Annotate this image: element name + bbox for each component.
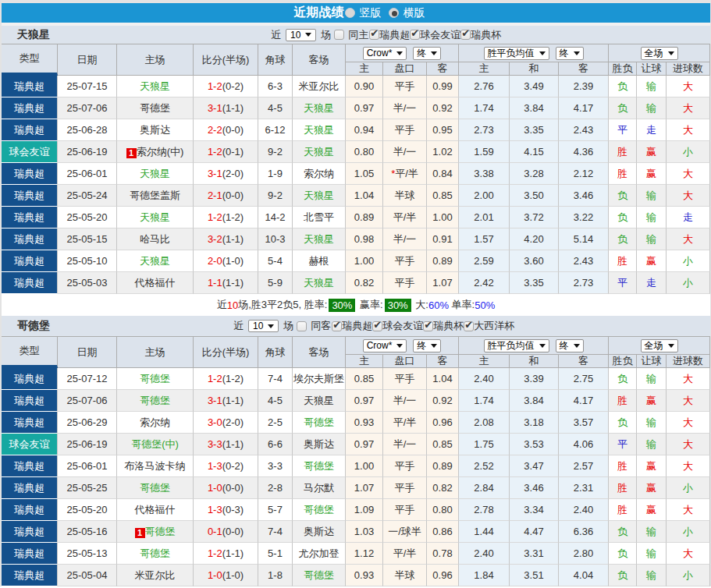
radio-horizontal-layout-icon[interactable] [389, 8, 399, 18]
away-team-link[interactable]: 天狼星 [304, 146, 334, 158]
away-team-link[interactable]: 哥德堡 [304, 416, 334, 428]
away-team-link[interactable]: 哥德堡 [304, 460, 334, 472]
home-team-link[interactable]: 哥德堡 [140, 373, 170, 384]
odds-time-select[interactable]: 终 [413, 47, 441, 60]
avg-odds-select[interactable]: 胜平负均值 [484, 47, 549, 60]
games-label: 场 [321, 28, 331, 42]
date-cell: 25-06-28 [58, 119, 117, 141]
league-checkbox-label[interactable]: 大西洋杯 [474, 319, 514, 333]
league-checkbox-label[interactable]: 瑞典杯 [433, 319, 464, 333]
same-venue-label[interactable]: 同客 [311, 319, 331, 333]
league-checkbox[interactable] [460, 30, 471, 40]
avg-home-cell: 2.40 [459, 368, 510, 390]
recent-count-select[interactable]: 10 [286, 29, 316, 41]
home-team-link[interactable]: 索尔纳 [140, 416, 170, 428]
home-team-link[interactable]: 哈马比 [140, 233, 170, 245]
home-team-cell: 布洛马波卡纳 [117, 455, 194, 477]
odds-away-cell: 0.89 [427, 455, 459, 477]
col-date: 日期 [58, 44, 117, 76]
away-team-link[interactable]: 北雪平 [304, 211, 334, 223]
league-checkbox[interactable] [464, 321, 474, 331]
away-team-link[interactable]: 天狼星 [304, 124, 334, 136]
away-team-link[interactable]: 天狼星 [304, 277, 334, 289]
league-checkbox[interactable] [372, 321, 382, 331]
home-team-cell: 1索尔纳(中) [117, 141, 194, 163]
odds-company-select[interactable]: Crow* [363, 47, 407, 60]
scope-select[interactable]: 全场 [641, 47, 678, 60]
home-team-link[interactable]: 天狼星 [140, 168, 170, 179]
date-cell: 25-05-24 [58, 185, 117, 207]
home-team-link[interactable]: 天狼星 [140, 80, 170, 92]
league-cell: 瑞典超 [2, 207, 58, 228]
home-team-link[interactable]: 天狼星 [140, 255, 170, 267]
away-team-link[interactable]: 尤尔加登 [299, 547, 340, 559]
league-checkbox-label[interactable]: 球会友谊 [382, 319, 423, 333]
home-team-link[interactable]: 代格福什 [135, 277, 176, 289]
league-cell: 瑞典超 [2, 119, 58, 141]
away-team-link[interactable]: 哥德堡 [304, 504, 334, 515]
home-team-link[interactable]: 哥德堡 [140, 102, 170, 114]
league-checkbox[interactable] [332, 321, 342, 331]
away-team-cell: 埃尔夫斯堡 [293, 368, 346, 390]
odds-time-select[interactable]: 终 [413, 339, 441, 352]
radio-horizontal-layout-label[interactable]: 横版 [403, 6, 425, 20]
league-checkbox-label[interactable]: 球会友谊 [420, 28, 460, 42]
avg-odds-select[interactable]: 胜平负均值 [484, 339, 549, 352]
home-team-link[interactable]: 奥斯达 [140, 124, 170, 136]
chevron-down-icon [539, 344, 546, 348]
away-team-cell: 哥德堡 [293, 455, 346, 477]
league-checkbox[interactable] [410, 30, 420, 40]
away-team-link[interactable]: 天狼星 [304, 190, 334, 201]
home-team-link[interactable]: 布洛马波卡纳 [125, 460, 186, 472]
league-checkbox-group: 瑞典超 球会友谊 瑞典杯 大西洋杯 [332, 319, 514, 333]
away-team-link[interactable]: 马尔默 [304, 482, 334, 494]
corner-cell: 2-8 [258, 477, 293, 499]
league-checkbox[interactable] [423, 321, 433, 331]
away-team-link[interactable]: 索尔纳 [304, 168, 334, 179]
col-result: 胜负 [609, 62, 637, 76]
same-venue-checkbox[interactable] [334, 30, 344, 40]
away-team-link[interactable]: 天狼星 [304, 233, 334, 245]
away-team-link[interactable]: 哥德堡 [304, 569, 334, 581]
scope-select[interactable]: 全场 [641, 339, 678, 352]
avg-time-select[interactable]: 终 [556, 339, 584, 352]
league-checkbox-label[interactable]: 瑞典超 [342, 319, 372, 333]
avg-draw-cell: 3.31 [510, 543, 559, 565]
home-team-link[interactable]: 哥德堡 [140, 482, 170, 494]
home-team-link[interactable]: 哥德堡(中) [131, 438, 179, 450]
home-team-link[interactable]: 天狼星 [140, 211, 170, 223]
radio-vertical-layout-label[interactable]: 竖版 [360, 6, 382, 20]
home-team-link[interactable]: 哥德堡盖斯 [130, 190, 180, 201]
home-team-link[interactable]: 索尔纳(中) [137, 146, 184, 158]
home-team-link[interactable]: 哥德堡 [140, 547, 170, 559]
away-team-link[interactable]: 米亚尔比 [299, 80, 340, 92]
handicap-result-cell: 输 [637, 97, 667, 119]
score-cell: 1-2(1-2) [194, 207, 258, 228]
avg-time-select[interactable]: 终 [556, 47, 584, 60]
away-team-link[interactable]: 奥斯达 [304, 438, 334, 450]
league-cell: 球会友谊 [2, 434, 58, 455]
league-checkbox-label[interactable]: 瑞典杯 [471, 28, 501, 42]
league-checkbox[interactable] [369, 30, 379, 40]
home-team-link[interactable]: 哥德堡 [140, 395, 170, 406]
home-team-link[interactable]: 代格福什 [135, 504, 176, 515]
col-home: 主场 [117, 336, 194, 368]
goals-result-cell: 小 [667, 565, 710, 586]
avg-home-cell: 2.40 [459, 543, 510, 565]
chevron-down-icon [574, 51, 580, 55]
odds-company-select[interactable]: Crow* [363, 339, 407, 352]
same-venue-label[interactable]: 同主 [348, 28, 368, 42]
same-venue-checkbox[interactable] [297, 321, 307, 331]
home-team-link[interactable]: 哥德堡 [145, 526, 176, 537]
away-team-link[interactable]: 埃尔夫斯堡 [293, 373, 344, 384]
home-team-link[interactable]: 米亚尔比 [135, 569, 176, 581]
radio-vertical-layout-icon[interactable] [345, 8, 355, 18]
away-team-link[interactable]: 天狼星 [304, 395, 334, 406]
away-team-link[interactable]: 赫根 [309, 255, 329, 267]
odds-home-cell: 0.97 [346, 434, 383, 455]
league-checkbox-label[interactable]: 瑞典超 [379, 28, 410, 42]
away-team-link[interactable]: 奥斯达 [304, 526, 334, 537]
away-team-link[interactable]: 天狼星 [304, 102, 334, 114]
odds-away-cell: 0.92 [427, 390, 459, 412]
recent-count-select[interactable]: 10 [248, 320, 279, 332]
